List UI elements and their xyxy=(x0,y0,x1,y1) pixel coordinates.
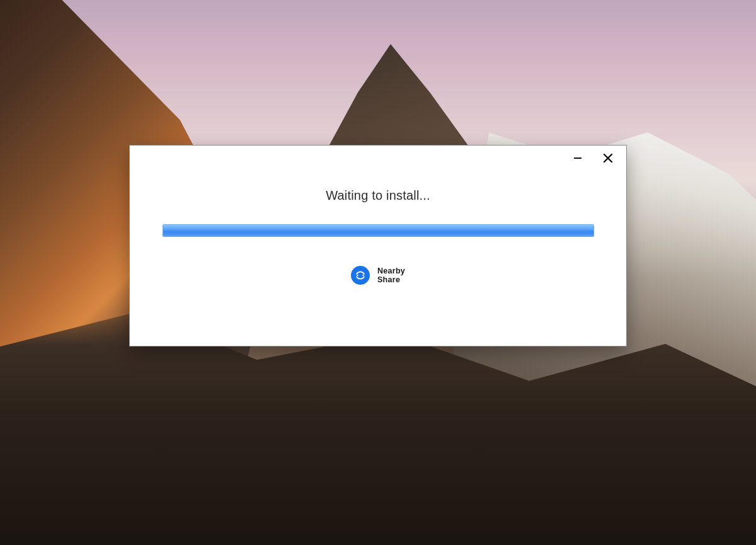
desktop-wallpaper: Waiting to install... NearbyShare xyxy=(0,0,756,545)
app-name: NearbyShare xyxy=(377,267,405,285)
app-name-line1: Nearby xyxy=(377,267,405,275)
installer-window: Waiting to install... NearbyShare xyxy=(129,145,627,347)
install-status-text: Waiting to install... xyxy=(326,188,430,203)
installer-content: Waiting to install... NearbyShare xyxy=(130,188,626,285)
nearby-share-icon xyxy=(351,266,370,285)
app-name-line2: Share xyxy=(377,275,400,284)
close-icon xyxy=(603,153,613,163)
minimize-button[interactable] xyxy=(568,149,587,168)
minimize-icon xyxy=(573,154,582,163)
nearby-share-glyph-icon xyxy=(355,270,366,281)
svg-rect-0 xyxy=(574,158,581,159)
install-progress-bar xyxy=(163,224,594,237)
install-progress-fill xyxy=(163,225,593,236)
close-button[interactable] xyxy=(598,149,617,168)
svg-point-2 xyxy=(362,275,364,276)
svg-point-1 xyxy=(357,275,358,276)
window-titlebar xyxy=(568,146,626,171)
app-brand: NearbyShare xyxy=(351,266,405,285)
